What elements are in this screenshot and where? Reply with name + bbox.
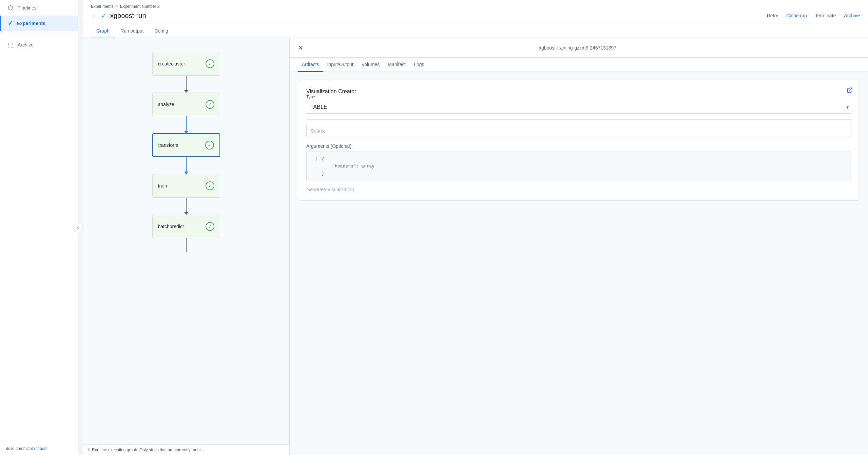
- sidebar-divider-1: [0, 34, 78, 34]
- graph-node-train[interactable]: train ✓: [152, 174, 220, 198]
- node-label-train: train: [158, 183, 167, 189]
- detail-close-button[interactable]: ✕: [298, 44, 304, 52]
- breadcrumb-parent[interactable]: Experiments: [91, 4, 114, 9]
- type-select[interactable]: TABLE ROC curve Confusion matrix Markdow…: [306, 101, 851, 114]
- node-check-train: ✓: [206, 181, 214, 190]
- tab-graph[interactable]: Graph: [91, 24, 115, 38]
- node-connector-1: [186, 76, 187, 93]
- title-actions: Retry Clone run Terminate Archive: [767, 13, 860, 18]
- source-input[interactable]: [306, 124, 851, 138]
- archive-button[interactable]: Archive: [844, 13, 860, 18]
- generate-visualization-button[interactable]: Generate Visualization: [306, 187, 354, 192]
- tab-config[interactable]: Config: [149, 24, 173, 38]
- node-connector-4: [186, 198, 187, 215]
- title-row: ← ✓ xgboost-run Retry Clone run Terminat…: [91, 10, 860, 24]
- sidebar-item-label: Pipelines: [17, 5, 37, 11]
- detail-tab-manifest[interactable]: Manifest: [384, 58, 410, 72]
- tab-run-output[interactable]: Run output: [115, 24, 149, 38]
- breadcrumb: Experiments > Experiment Number 2: [91, 0, 860, 10]
- type-field: Type TABLE ROC curve Confusion matrix Ma…: [306, 95, 851, 114]
- detail-tab-logs[interactable]: Logs: [410, 58, 428, 72]
- node-label-analyze: analyze: [158, 102, 174, 107]
- node-check-analyze: ✓: [206, 100, 214, 109]
- archive-icon: ⬚: [8, 41, 14, 48]
- detail-tab-artifacts[interactable]: Artifacts: [298, 58, 323, 72]
- sidebar: ⬡ Pipelines ✓ Experiments ⬚ Archive Buil…: [0, 0, 78, 455]
- run-title: xgboost-run: [110, 12, 146, 20]
- pipelines-icon: ⬡: [8, 4, 13, 12]
- node-check-transform: ✓: [205, 141, 214, 150]
- breadcrumb-separator: >: [116, 4, 118, 9]
- clone-run-button[interactable]: Clone run: [786, 13, 807, 18]
- run-status-icon: ✓: [101, 12, 107, 20]
- detail-tab-input-output[interactable]: Input/Output: [323, 58, 358, 72]
- detail-content: Visualization Creator Type T: [290, 72, 868, 455]
- graph-node-transform[interactable]: transform ✓: [152, 133, 220, 157]
- node-check-batchpredict: ✓: [206, 222, 214, 231]
- type-label: Type: [306, 95, 851, 99]
- build-commit-link[interactable]: d3c4add: [31, 446, 46, 451]
- detail-header: ✕ xgboost-training-gzkm9-2457131397: [290, 38, 868, 58]
- node-connector-2: [186, 116, 187, 133]
- back-button[interactable]: ←: [91, 12, 98, 20]
- node-check-createcluster: ✓: [206, 59, 214, 68]
- graph-footer-text: Runtime execution graph. Only steps that…: [92, 448, 204, 452]
- code-line-numbers: 1: [311, 156, 317, 177]
- sidebar-item-label: Archive: [18, 42, 34, 47]
- code-editor[interactable]: 1 { "headers": array }: [306, 152, 851, 181]
- viz-creator-title: Visualization Creator: [306, 88, 356, 94]
- top-header: Experiments > Experiment Number 2 ← ✓ xg…: [83, 0, 868, 24]
- form-divider: [306, 119, 851, 120]
- main-content: Experiments > Experiment Number 2 ← ✓ xg…: [83, 0, 868, 455]
- code-content: { "headers": array }: [322, 156, 374, 177]
- graph-footer: ℹ Runtime execution graph. Only steps th…: [83, 444, 289, 455]
- sidebar-item-label: Experiments: [17, 21, 45, 26]
- source-field: [306, 124, 851, 138]
- detail-tab-volumes[interactable]: Volumes: [358, 58, 384, 72]
- content-area: createcluster ✓ analyze ✓ transform ✓: [83, 38, 868, 455]
- title-left: ← ✓ xgboost-run: [91, 12, 146, 20]
- external-link-icon[interactable]: [847, 87, 853, 95]
- svg-line-0: [849, 88, 852, 91]
- terminate-button[interactable]: Terminate: [815, 13, 836, 18]
- info-icon: ℹ: [88, 448, 90, 452]
- retry-button[interactable]: Retry: [767, 13, 778, 18]
- node-connector-3: [186, 157, 187, 174]
- graph-node-createcluster[interactable]: createcluster ✓: [152, 52, 220, 76]
- graph-node-analyze[interactable]: analyze ✓: [152, 93, 220, 116]
- node-label-createcluster: createcluster: [158, 61, 185, 66]
- sidebar-item-pipelines[interactable]: ⬡ Pipelines: [0, 0, 78, 16]
- collapse-sidebar-button[interactable]: ‹: [73, 223, 83, 232]
- args-label: Arguments (Optional): [306, 143, 851, 149]
- detail-tabs: Artifacts Input/Output Volumes Manifest …: [290, 58, 868, 72]
- node-label-transform: transform: [158, 142, 178, 148]
- viz-creator-card: Visualization Creator Type T: [298, 80, 860, 201]
- sidebar-footer: Build commit: d3c4add: [0, 442, 78, 455]
- breadcrumb-current: Experiment Number 2: [120, 4, 160, 9]
- type-select-wrapper: TABLE ROC curve Confusion matrix Markdow…: [306, 101, 851, 114]
- node-label-batchpredict: batchpredict: [158, 224, 184, 229]
- sidebar-item-experiments[interactable]: ✓ Experiments: [0, 16, 78, 31]
- graph-inner: createcluster ✓ analyze ✓ transform ✓: [83, 38, 289, 455]
- main-tabs: Graph Run output Config: [83, 24, 868, 38]
- graph-node-batchpredict[interactable]: batchpredict ✓: [152, 215, 220, 238]
- chevron-left-icon: ‹: [77, 224, 79, 231]
- graph-panel: createcluster ✓ analyze ✓ transform ✓: [83, 38, 290, 455]
- experiments-icon: ✓: [8, 20, 13, 27]
- detail-node-id: xgboost-training-gzkm9-2457131397: [539, 45, 616, 51]
- graph-trailing-line: [186, 238, 187, 252]
- sidebar-item-archive[interactable]: ⬚ Archive: [0, 37, 78, 53]
- detail-panel: ✕ xgboost-training-gzkm9-2457131397 Arti…: [290, 38, 868, 455]
